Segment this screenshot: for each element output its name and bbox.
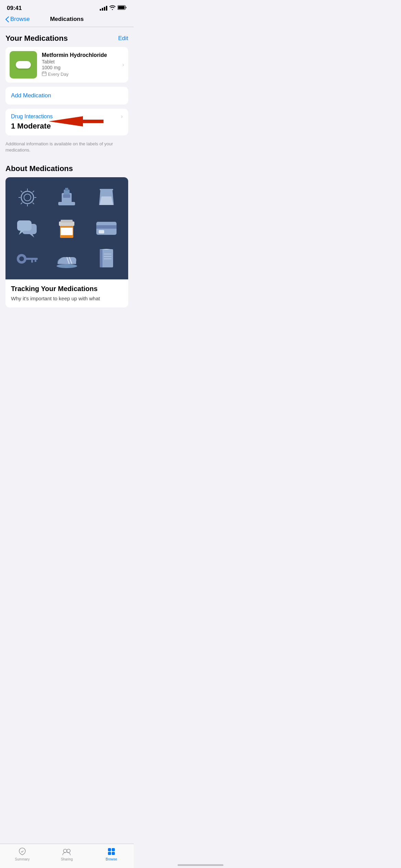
about-image-background (5, 177, 128, 279)
svg-rect-28 (61, 228, 73, 235)
page-title: Medications (50, 16, 84, 23)
footer-note: Additional information is available on t… (0, 138, 134, 159)
medication-item[interactable]: Metformin Hydrochloride Tablet 1000 mg E… (5, 47, 128, 83)
medication-image (10, 51, 37, 79)
svg-line-15 (21, 203, 22, 204)
back-button[interactable]: Browse (5, 16, 30, 23)
svg-rect-30 (61, 220, 73, 222)
medication-info: Metformin Hydrochloride Tablet 1000 mg E… (42, 52, 118, 77)
svg-line-13 (21, 191, 22, 192)
svg-rect-2 (42, 72, 46, 76)
wifi-icon (109, 5, 116, 11)
status-bar: 09:41 (0, 0, 134, 13)
your-medications-header: Your Medications Edit (0, 27, 134, 47)
svg-rect-32 (96, 225, 117, 229)
svg-rect-22 (100, 189, 113, 190)
svg-rect-33 (99, 230, 104, 233)
add-medication-button[interactable]: Add Medication (5, 87, 128, 105)
svg-rect-36 (26, 258, 38, 260)
battery-icon (118, 5, 127, 11)
about-medications-title: About Medications (0, 161, 134, 177)
svg-line-14 (33, 191, 34, 192)
shoe-icon (55, 247, 79, 271)
key-icon (15, 247, 39, 271)
schedule-text: Every Day (48, 72, 69, 77)
chevron-right-icon: › (121, 113, 123, 120)
svg-rect-20 (65, 188, 68, 191)
about-medications-card[interactable]: Tracking Your Medications Why it's impor… (5, 177, 128, 308)
svg-line-16 (33, 203, 34, 204)
status-time: 09:41 (7, 5, 22, 12)
calendar-icon (42, 71, 47, 77)
main-content: Your Medications Edit Metformin Hydrochl… (0, 27, 134, 342)
drug-interactions-title: Drug Interactions (11, 113, 53, 120)
your-medications-title: Your Medications (5, 34, 68, 43)
about-card-title: Tracking Your Medications (11, 285, 123, 293)
medication-name: Metformin Hydrochloride (42, 52, 118, 58)
prescription-bottle-icon (55, 216, 79, 240)
book-icon (94, 247, 118, 271)
dispenser-icon (55, 185, 79, 209)
svg-rect-1 (118, 6, 125, 9)
card-icon (94, 216, 118, 240)
svg-marker-24 (30, 234, 34, 238)
medication-dose: 1000 mg (42, 65, 118, 70)
back-label: Browse (10, 16, 30, 23)
pill-shape (16, 61, 31, 69)
edit-button[interactable]: Edit (118, 35, 128, 42)
drug-interactions-card[interactable]: Drug Interactions › 1 Moderate (5, 109, 128, 135)
svg-point-39 (57, 264, 77, 268)
navigation-bar: Browse Medications (0, 13, 134, 27)
svg-rect-25 (17, 220, 32, 231)
svg-point-7 (21, 191, 34, 204)
chevron-right-icon: › (122, 62, 124, 68)
svg-point-8 (24, 194, 31, 201)
svg-point-35 (19, 256, 24, 261)
interactions-severity: 1 Moderate (11, 122, 123, 131)
svg-rect-43 (100, 250, 102, 267)
glass-icon (94, 185, 118, 209)
medication-schedule: Every Day (42, 71, 118, 77)
add-medication-label: Add Medication (11, 92, 51, 99)
add-medication-card[interactable]: Add Medication (5, 87, 128, 105)
sun-icon (15, 185, 39, 209)
status-icons (100, 5, 127, 11)
about-card-description: Why it's important to keep up with what (11, 295, 123, 302)
svg-rect-38 (35, 260, 36, 262)
signal-bars-icon (100, 6, 107, 11)
medication-type: Tablet (42, 59, 118, 64)
medication-card: Metformin Hydrochloride Tablet 1000 mg E… (5, 47, 128, 83)
about-card-text: Tracking Your Medications Why it's impor… (5, 279, 128, 308)
chat-bubble-icon (15, 216, 39, 240)
drug-interactions-header: Drug Interactions › (11, 113, 123, 120)
about-medications-section: About Medications (0, 159, 134, 308)
svg-rect-21 (63, 194, 70, 198)
svg-rect-37 (31, 260, 33, 263)
